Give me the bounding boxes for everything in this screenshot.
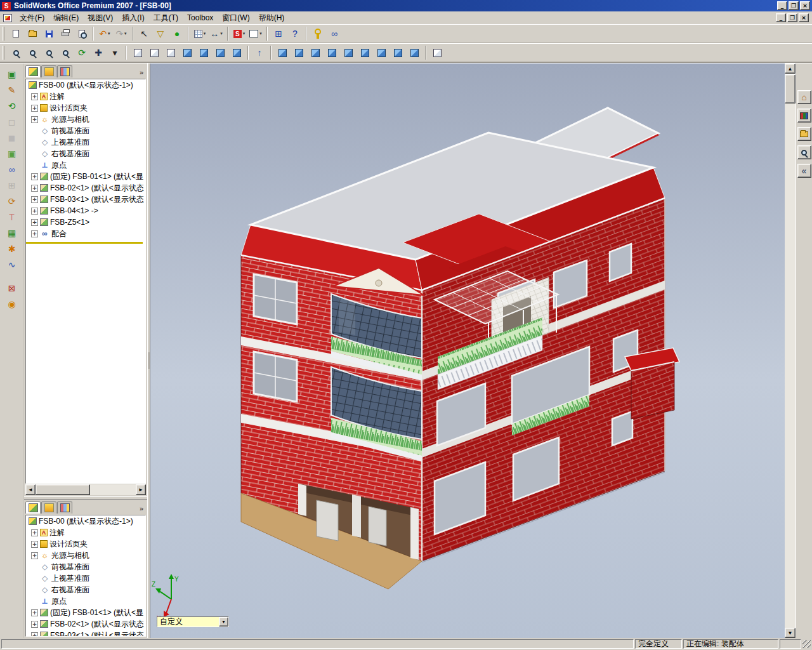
mdi-restore-button[interactable]: ❐ bbox=[787, 13, 797, 22]
tree-item[interactable]: FSB-Z5<1> bbox=[30, 216, 145, 228]
tree-item[interactable]: 前视基准面 bbox=[30, 125, 145, 136]
exploded-view[interactable]: ✱ bbox=[3, 241, 21, 256]
tree-item[interactable]: 设计活页夹 bbox=[30, 538, 145, 550]
tree-expander[interactable] bbox=[31, 230, 38, 237]
tree-expander[interactable] bbox=[31, 552, 38, 559]
toolbar-button[interactable] bbox=[3, 27, 4, 41]
mdi-minimize-button[interactable]: _ bbox=[776, 13, 786, 22]
toolbar-button[interactable] bbox=[132, 27, 133, 41]
menu-item[interactable]: 插入(I) bbox=[117, 12, 148, 23]
tree-item[interactable]: 原点 bbox=[30, 595, 145, 607]
explode-line-sketch[interactable]: ∿ bbox=[3, 257, 21, 272]
zoom-in-out[interactable] bbox=[41, 45, 56, 60]
show-hidden-components[interactable]: ▣ bbox=[3, 146, 21, 161]
toolbar-button[interactable] bbox=[3, 46, 4, 60]
zoom-to-area[interactable] bbox=[25, 45, 40, 60]
tree-item[interactable]: FSB-00 (默认<显示状态-1>) bbox=[27, 515, 145, 527]
collapse-taskpane[interactable]: « bbox=[797, 164, 811, 178]
tree-expander[interactable] bbox=[31, 208, 38, 215]
featuremanager-tab[interactable] bbox=[25, 65, 41, 77]
back-view[interactable] bbox=[291, 45, 306, 60]
section-view[interactable] bbox=[229, 45, 244, 60]
minimize-button[interactable]: _ bbox=[777, 1, 787, 10]
tree-item[interactable]: 原点 bbox=[30, 159, 145, 171]
undo[interactable]: ↶ bbox=[97, 26, 112, 41]
tree-expander[interactable] bbox=[31, 196, 38, 203]
shaded-with-edges[interactable] bbox=[180, 45, 195, 60]
tree-expander[interactable] bbox=[31, 609, 38, 616]
edit-component[interactable]: ✎ bbox=[3, 83, 21, 97]
hidden-lines-visible[interactable] bbox=[147, 45, 162, 60]
tree-item[interactable]: 上视基准面 bbox=[30, 573, 145, 584]
close-button[interactable]: × bbox=[800, 1, 810, 10]
tree-item[interactable]: 前视基准面 bbox=[30, 561, 145, 573]
tree-item[interactable]: 设计活页夹 bbox=[30, 102, 145, 114]
featuremanager-tab[interactable] bbox=[25, 501, 41, 514]
save[interactable] bbox=[41, 26, 56, 41]
print[interactable] bbox=[58, 26, 73, 41]
toolbar-button[interactable] bbox=[425, 46, 426, 60]
solidworks-resources[interactable]: ⌂ bbox=[797, 90, 811, 104]
maximize-button[interactable]: ❐ bbox=[789, 1, 799, 10]
redo[interactable]: ↷ bbox=[114, 26, 129, 41]
menu-item[interactable]: 帮助(H) bbox=[254, 12, 289, 23]
linear-component-pattern[interactable]: ⊞ bbox=[3, 178, 21, 192]
front-view[interactable] bbox=[275, 45, 290, 60]
left-view[interactable] bbox=[308, 45, 323, 60]
zoom-to-fit[interactable] bbox=[8, 45, 23, 60]
select[interactable]: ↖ bbox=[136, 26, 152, 41]
menu-item[interactable]: 视图(V) bbox=[83, 12, 117, 23]
isometric-view[interactable] bbox=[374, 45, 389, 60]
tree-item[interactable]: FSB-03<1> (默认<显示状态 bbox=[30, 630, 145, 637]
rotate-component[interactable]: ⟲ bbox=[3, 98, 21, 113]
file-explorer[interactable] bbox=[797, 127, 811, 141]
smart-dimension[interactable]: ↔ bbox=[209, 26, 224, 41]
pan[interactable]: ✚ bbox=[91, 45, 106, 60]
rotate-view[interactable]: ⟳ bbox=[74, 45, 89, 60]
tree-item[interactable]: (固定) FSB-01<1> (默认<显 bbox=[30, 607, 145, 618]
toolbar-button[interactable] bbox=[306, 27, 307, 41]
view-modes-flyout[interactable]: ▾ bbox=[107, 45, 122, 60]
normal-to[interactable]: ↑ bbox=[252, 45, 267, 60]
open[interactable] bbox=[25, 26, 40, 41]
hide-show-components[interactable]: ◻ bbox=[3, 114, 21, 129]
model-3d-building[interactable]: Y Z X bbox=[150, 63, 785, 638]
menu-item[interactable]: 编辑(E) bbox=[49, 12, 83, 23]
tree-item[interactable]: FSB-02<1> (默认<显示状态 bbox=[30, 182, 145, 194]
menu-item[interactable]: 窗口(W) bbox=[218, 12, 254, 23]
viewport-vertical-scrollbar[interactable]: ▲ ▼ bbox=[785, 63, 796, 638]
tree-item[interactable]: 光源与相机 bbox=[30, 114, 145, 125]
zoom-to-selection[interactable] bbox=[58, 45, 73, 60]
hidden-lines-removed[interactable] bbox=[163, 45, 178, 60]
trimetric-view[interactable] bbox=[390, 45, 405, 60]
smart-fasteners[interactable] bbox=[310, 26, 325, 41]
tree-item[interactable]: 配合 bbox=[30, 228, 145, 239]
graphics-viewport[interactable]: Y Z X bbox=[150, 63, 785, 638]
tree-item[interactable]: FSB-03<1> (默认<显示状态 bbox=[30, 194, 145, 205]
tree-item[interactable]: FSB-02<1> (默认<显示状态 bbox=[30, 618, 145, 630]
tree-expander[interactable] bbox=[31, 529, 38, 536]
scrollbar-thumb[interactable] bbox=[785, 74, 796, 103]
dimetric-view[interactable] bbox=[407, 45, 422, 60]
top-view[interactable] bbox=[341, 45, 356, 60]
scroll-right-button[interactable]: ► bbox=[136, 484, 146, 495]
shadows-in-shaded-mode[interactable] bbox=[213, 45, 228, 60]
tree-expander[interactable] bbox=[31, 621, 38, 628]
shaded[interactable] bbox=[196, 45, 211, 60]
hyperlink[interactable]: ∞ bbox=[327, 26, 342, 41]
interference-detection[interactable]: ⊠ bbox=[3, 281, 21, 295]
tree-expander[interactable] bbox=[31, 219, 38, 226]
menu-item[interactable]: 工具(T) bbox=[149, 12, 183, 23]
mate[interactable]: ∞ bbox=[3, 162, 21, 176]
help[interactable]: ? bbox=[287, 26, 303, 41]
tree-expander[interactable] bbox=[31, 105, 38, 112]
view-orientation[interactable] bbox=[429, 45, 445, 60]
tree-expander[interactable] bbox=[31, 93, 38, 100]
tree-expander[interactable] bbox=[31, 116, 38, 123]
tree-item[interactable]: 右视基准面 bbox=[30, 148, 145, 159]
scroll-up-button[interactable]: ▲ bbox=[785, 63, 796, 74]
tree-item[interactable]: 右视基准面 bbox=[30, 584, 145, 595]
toolbar-button[interactable] bbox=[270, 46, 272, 60]
toolbar-button[interactable] bbox=[93, 27, 94, 41]
toolbox-browser[interactable]: ⊞ bbox=[271, 26, 286, 41]
